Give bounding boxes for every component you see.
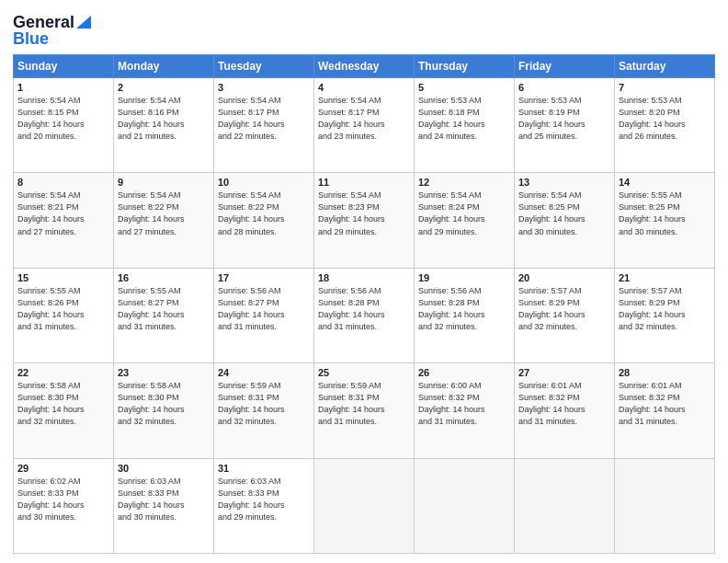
- day-info: Sunrise: 5:54 AMSunset: 8:22 PMDaylight:…: [118, 190, 210, 237]
- header: General Blue: [13, 9, 715, 49]
- day-info: Sunrise: 6:02 AMSunset: 8:33 PMDaylight:…: [17, 476, 109, 523]
- day-number: 21: [619, 272, 711, 283]
- calendar-week-row: 8Sunrise: 5:54 AMSunset: 8:21 PMDaylight…: [14, 173, 715, 268]
- day-number: 4: [318, 82, 410, 93]
- day-number: 23: [118, 367, 210, 378]
- calendar-day-cell: 11Sunrise: 5:54 AMSunset: 8:23 PMDayligh…: [314, 173, 415, 268]
- day-number: 22: [17, 367, 109, 378]
- day-number: 31: [218, 463, 310, 474]
- calendar-day-cell: 13Sunrise: 5:54 AMSunset: 8:25 PMDayligh…: [515, 173, 615, 268]
- day-info: Sunrise: 5:57 AMSunset: 8:29 PMDaylight:…: [518, 285, 610, 333]
- day-number: 3: [218, 82, 310, 93]
- calendar-day-cell: 10Sunrise: 5:54 AMSunset: 8:22 PMDayligh…: [214, 173, 314, 268]
- weekday-header: Tuesday: [214, 55, 314, 78]
- day-info: Sunrise: 5:54 AMSunset: 8:24 PMDaylight:…: [418, 190, 510, 237]
- logo: General Blue: [13, 9, 91, 49]
- calendar-day-cell: 14Sunrise: 5:55 AMSunset: 8:25 PMDayligh…: [615, 173, 715, 268]
- calendar-header-row: SundayMondayTuesdayWednesdayThursdayFrid…: [14, 55, 715, 78]
- logo-blue: Blue: [13, 29, 49, 49]
- calendar-day-cell: 19Sunrise: 5:56 AMSunset: 8:28 PMDayligh…: [415, 268, 515, 362]
- day-info: Sunrise: 5:58 AMSunset: 8:30 PMDaylight:…: [17, 380, 109, 428]
- page: General Blue SundayMondayTuesdayWednesda…: [0, 0, 728, 563]
- svg-marker-0: [76, 16, 91, 29]
- calendar-day-cell: 23Sunrise: 5:58 AMSunset: 8:30 PMDayligh…: [114, 363, 214, 458]
- day-info: Sunrise: 5:55 AMSunset: 8:26 PMDaylight:…: [17, 285, 109, 333]
- day-info: Sunrise: 5:54 AMSunset: 8:21 PMDaylight:…: [17, 190, 109, 237]
- day-info: Sunrise: 5:53 AMSunset: 8:19 PMDaylight:…: [518, 95, 610, 143]
- calendar-week-row: 15Sunrise: 5:55 AMSunset: 8:26 PMDayligh…: [14, 268, 715, 362]
- day-number: 15: [17, 272, 109, 283]
- weekday-header: Monday: [114, 55, 214, 78]
- day-number: 29: [17, 463, 109, 474]
- calendar-week-row: 1Sunrise: 5:54 AMSunset: 8:15 PMDaylight…: [14, 78, 715, 173]
- calendar-day-cell: 31Sunrise: 6:03 AMSunset: 8:33 PMDayligh…: [214, 458, 314, 553]
- day-info: Sunrise: 6:00 AMSunset: 8:32 PMDaylight:…: [418, 380, 510, 428]
- calendar-day-cell: [314, 458, 415, 553]
- day-number: 17: [218, 272, 310, 283]
- day-number: 2: [118, 82, 210, 93]
- calendar-day-cell: [515, 458, 615, 553]
- calendar-body: 1Sunrise: 5:54 AMSunset: 8:15 PMDaylight…: [14, 78, 715, 554]
- calendar-day-cell: 18Sunrise: 5:56 AMSunset: 8:28 PMDayligh…: [314, 268, 415, 362]
- calendar-day-cell: 29Sunrise: 6:02 AMSunset: 8:33 PMDayligh…: [14, 458, 114, 553]
- weekday-header: Saturday: [615, 55, 715, 78]
- calendar-day-cell: 4Sunrise: 5:54 AMSunset: 8:17 PMDaylight…: [314, 78, 415, 173]
- day-number: 18: [318, 272, 410, 283]
- calendar-day-cell: 5Sunrise: 5:53 AMSunset: 8:18 PMDaylight…: [415, 78, 515, 173]
- calendar-day-cell: 24Sunrise: 5:59 AMSunset: 8:31 PMDayligh…: [214, 363, 314, 458]
- day-number: 1: [17, 82, 109, 93]
- calendar-day-cell: 16Sunrise: 5:55 AMSunset: 8:27 PMDayligh…: [114, 268, 214, 362]
- calendar-day-cell: 27Sunrise: 6:01 AMSunset: 8:32 PMDayligh…: [515, 363, 615, 458]
- day-info: Sunrise: 6:03 AMSunset: 8:33 PMDaylight:…: [218, 476, 310, 523]
- day-number: 24: [218, 367, 310, 378]
- day-info: Sunrise: 5:54 AMSunset: 8:17 PMDaylight:…: [218, 95, 310, 143]
- calendar-day-cell: 6Sunrise: 5:53 AMSunset: 8:19 PMDaylight…: [515, 78, 615, 173]
- calendar-day-cell: 2Sunrise: 5:54 AMSunset: 8:16 PMDaylight…: [114, 78, 214, 173]
- day-number: 9: [118, 177, 210, 188]
- day-info: Sunrise: 5:54 AMSunset: 8:25 PMDaylight:…: [518, 190, 610, 237]
- calendar-day-cell: 7Sunrise: 5:53 AMSunset: 8:20 PMDaylight…: [615, 78, 715, 173]
- day-number: 10: [218, 177, 310, 188]
- day-info: Sunrise: 5:54 AMSunset: 8:23 PMDaylight:…: [318, 190, 410, 237]
- day-number: 13: [518, 177, 610, 188]
- day-info: Sunrise: 5:55 AMSunset: 8:27 PMDaylight:…: [118, 285, 210, 333]
- calendar-day-cell: 28Sunrise: 6:01 AMSunset: 8:32 PMDayligh…: [615, 363, 715, 458]
- day-info: Sunrise: 5:54 AMSunset: 8:17 PMDaylight:…: [318, 95, 410, 143]
- calendar-day-cell: 30Sunrise: 6:03 AMSunset: 8:33 PMDayligh…: [114, 458, 214, 553]
- day-number: 11: [318, 177, 410, 188]
- day-info: Sunrise: 5:57 AMSunset: 8:29 PMDaylight:…: [619, 285, 711, 333]
- calendar-day-cell: [415, 458, 515, 553]
- day-number: 6: [518, 82, 610, 93]
- weekday-header: Sunday: [14, 55, 114, 78]
- calendar-day-cell: 25Sunrise: 5:59 AMSunset: 8:31 PMDayligh…: [314, 363, 415, 458]
- day-number: 5: [418, 82, 510, 93]
- day-info: Sunrise: 5:53 AMSunset: 8:20 PMDaylight:…: [619, 95, 711, 143]
- day-info: Sunrise: 6:03 AMSunset: 8:33 PMDaylight:…: [118, 476, 210, 523]
- calendar-week-row: 22Sunrise: 5:58 AMSunset: 8:30 PMDayligh…: [14, 363, 715, 458]
- day-number: 16: [118, 272, 210, 283]
- day-number: 8: [17, 177, 109, 188]
- day-number: 28: [619, 367, 711, 378]
- day-number: 20: [518, 272, 610, 283]
- day-info: Sunrise: 5:54 AMSunset: 8:15 PMDaylight:…: [17, 95, 109, 143]
- logo-icon: [76, 16, 91, 29]
- day-info: Sunrise: 5:53 AMSunset: 8:18 PMDaylight:…: [418, 95, 510, 143]
- calendar-day-cell: 3Sunrise: 5:54 AMSunset: 8:17 PMDaylight…: [214, 78, 314, 173]
- day-number: 26: [418, 367, 510, 378]
- day-info: Sunrise: 6:01 AMSunset: 8:32 PMDaylight:…: [619, 380, 711, 428]
- day-info: Sunrise: 5:56 AMSunset: 8:27 PMDaylight:…: [218, 285, 310, 333]
- calendar-day-cell: 20Sunrise: 5:57 AMSunset: 8:29 PMDayligh…: [515, 268, 615, 362]
- calendar-day-cell: [615, 458, 715, 553]
- calendar-day-cell: 21Sunrise: 5:57 AMSunset: 8:29 PMDayligh…: [615, 268, 715, 362]
- day-number: 12: [418, 177, 510, 188]
- calendar-day-cell: 12Sunrise: 5:54 AMSunset: 8:24 PMDayligh…: [415, 173, 515, 268]
- calendar-table: SundayMondayTuesdayWednesdayThursdayFrid…: [13, 54, 715, 554]
- calendar-day-cell: 26Sunrise: 6:00 AMSunset: 8:32 PMDayligh…: [415, 363, 515, 458]
- calendar-day-cell: 8Sunrise: 5:54 AMSunset: 8:21 PMDaylight…: [14, 173, 114, 268]
- calendar-day-cell: 17Sunrise: 5:56 AMSunset: 8:27 PMDayligh…: [214, 268, 314, 362]
- weekday-header: Wednesday: [314, 55, 415, 78]
- day-info: Sunrise: 5:56 AMSunset: 8:28 PMDaylight:…: [318, 285, 410, 333]
- day-number: 14: [619, 177, 711, 188]
- day-number: 19: [418, 272, 510, 283]
- day-info: Sunrise: 6:01 AMSunset: 8:32 PMDaylight:…: [518, 380, 610, 428]
